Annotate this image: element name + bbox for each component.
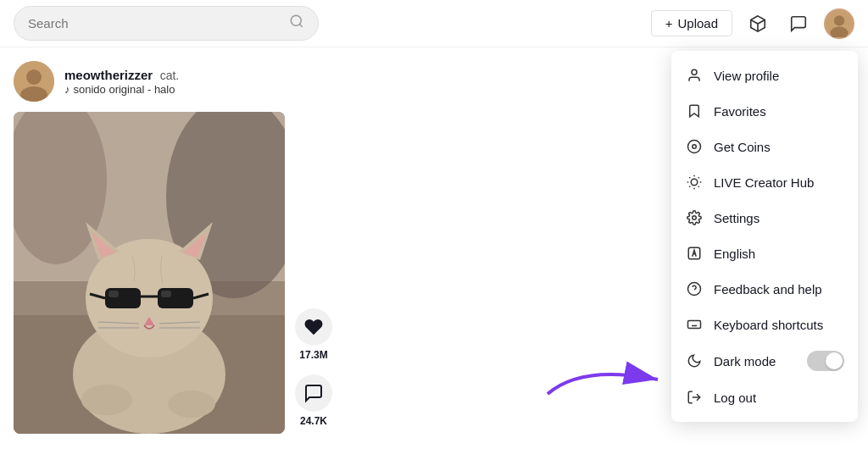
log-out-label: Log out bbox=[714, 391, 844, 405]
get-coins-label: Get Coins bbox=[714, 140, 844, 154]
menu-item-settings[interactable]: Settings bbox=[671, 200, 858, 236]
menu-item-dark-mode[interactable]: Dark mode bbox=[671, 342, 858, 380]
dark-mode-toggle[interactable] bbox=[807, 351, 844, 371]
upload-button[interactable]: + Upload bbox=[651, 10, 732, 36]
get-coins-icon bbox=[685, 137, 704, 156]
messages-icon-button[interactable] bbox=[783, 8, 814, 39]
svg-rect-51 bbox=[688, 321, 701, 329]
video-thumbnail[interactable] bbox=[14, 112, 285, 434]
view-profile-icon bbox=[685, 66, 704, 85]
post-descriptor: cat. bbox=[160, 69, 180, 82]
svg-point-8 bbox=[26, 69, 42, 85]
like-action: 17.3M bbox=[295, 308, 332, 361]
post-sound: ♪ sonido original - halo bbox=[64, 83, 772, 96]
app-header: + Upload bbox=[0, 0, 868, 47]
menu-item-keyboard-shortcuts[interactable]: Keyboard shortcuts bbox=[671, 307, 858, 342]
keyboard-shortcuts-icon bbox=[685, 315, 704, 334]
post-username-line: meowtherizzer cat. bbox=[64, 68, 772, 83]
svg-point-36 bbox=[688, 141, 701, 153]
search-bar bbox=[14, 6, 319, 41]
favorites-label: Favorites bbox=[714, 104, 844, 119]
action-buttons: 17.3M 24.7K bbox=[295, 112, 332, 434]
svg-line-45 bbox=[689, 186, 690, 187]
comment-count: 24.7K bbox=[300, 415, 327, 427]
svg-point-33 bbox=[81, 385, 132, 415]
like-count: 17.3M bbox=[299, 349, 327, 361]
menu-item-get-coins[interactable]: Get Coins bbox=[671, 129, 858, 164]
settings-icon bbox=[685, 208, 704, 227]
menu-item-view-profile[interactable]: View profile bbox=[671, 58, 858, 93]
svg-point-38 bbox=[691, 179, 698, 186]
svg-line-41 bbox=[689, 177, 690, 178]
comment-action: 24.7K bbox=[295, 374, 332, 427]
dark-mode-label: Dark mode bbox=[714, 354, 797, 369]
menu-items: View profileFavoritesGet CoinsLIVE Creat… bbox=[671, 58, 858, 415]
svg-rect-26 bbox=[108, 291, 119, 297]
live-creator-hub-label: LIVE Creator Hub bbox=[714, 175, 844, 190]
upload-plus-icon: + bbox=[665, 16, 673, 30]
menu-item-live-creator-hub[interactable]: LIVE Creator Hub bbox=[671, 164, 858, 200]
user-avatar-button[interactable] bbox=[824, 8, 854, 39]
comment-button[interactable] bbox=[295, 374, 332, 412]
header-actions: + Upload bbox=[651, 8, 854, 39]
inbox-icon-button[interactable] bbox=[743, 8, 773, 39]
feedback-help-icon bbox=[685, 280, 704, 298]
svg-point-34 bbox=[168, 391, 215, 418]
svg-point-0 bbox=[291, 15, 301, 25]
post-avatar[interactable] bbox=[14, 61, 54, 102]
svg-point-37 bbox=[693, 145, 697, 149]
live-creator-hub-icon bbox=[685, 173, 704, 191]
feedback-help-label: Feedback and help bbox=[714, 282, 844, 297]
svg-point-35 bbox=[692, 69, 697, 75]
menu-item-log-out[interactable]: Log out bbox=[671, 380, 858, 415]
keyboard-shortcuts-label: Keyboard shortcuts bbox=[714, 318, 844, 332]
view-profile-label: View profile bbox=[714, 69, 844, 83]
menu-item-favorites[interactable]: Favorites bbox=[671, 93, 858, 129]
svg-line-1 bbox=[299, 24, 302, 26]
english-icon bbox=[685, 244, 704, 263]
main-content: meowtherizzer cat. ♪ sonido original - h… bbox=[0, 47, 868, 460]
svg-rect-27 bbox=[161, 291, 171, 297]
svg-line-46 bbox=[698, 177, 699, 178]
upload-label: Upload bbox=[677, 16, 718, 30]
svg-point-5 bbox=[834, 15, 844, 25]
post-user-info: meowtherizzer cat. ♪ sonido original - h… bbox=[64, 68, 772, 96]
log-out-icon bbox=[685, 388, 704, 407]
search-icon bbox=[289, 14, 304, 33]
favorites-icon bbox=[685, 102, 704, 120]
dark-mode-icon bbox=[685, 352, 704, 370]
music-icon: ♪ bbox=[64, 83, 70, 96]
svg-line-42 bbox=[698, 186, 699, 187]
search-input[interactable] bbox=[28, 16, 282, 30]
post-username[interactable]: meowtherizzer bbox=[64, 68, 153, 82]
settings-label: Settings bbox=[714, 211, 844, 225]
english-label: English bbox=[714, 247, 844, 261]
svg-point-47 bbox=[693, 216, 697, 220]
like-button[interactable] bbox=[295, 308, 332, 346]
dropdown-menu: View profileFavoritesGet CoinsLIVE Creat… bbox=[671, 51, 858, 422]
post-sound-text: sonido original - halo bbox=[74, 83, 175, 96]
arrow-annotation bbox=[539, 356, 675, 402]
dark-mode-toggle-wrap bbox=[807, 351, 844, 371]
menu-item-english[interactable]: English bbox=[671, 236, 858, 271]
menu-item-feedback-help[interactable]: Feedback and help bbox=[671, 271, 858, 307]
